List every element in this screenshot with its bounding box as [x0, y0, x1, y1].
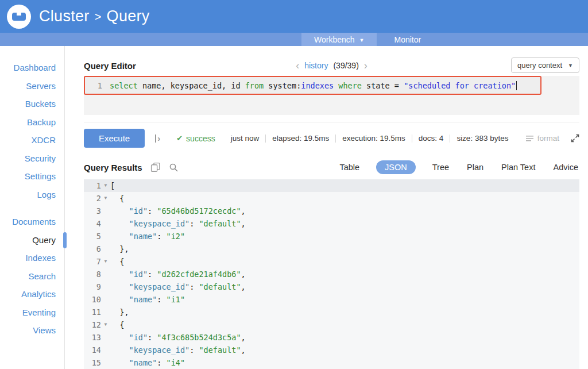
line-number: 7 [84, 255, 101, 268]
execute-button[interactable]: Execute [84, 129, 145, 148]
fold-caret-spacer [101, 217, 110, 230]
sidebar-item-dashboard[interactable]: Dashboard [0, 59, 64, 77]
line-content: { [110, 318, 124, 331]
tab-json[interactable]: JSON [376, 160, 416, 174]
code-line-11: 11 }, [84, 306, 579, 318]
chevron-down-icon: ▼ [568, 63, 573, 68]
query-editor[interactable]: 1 select name, keyspace_id, id from syst… [84, 76, 579, 115]
query-editor-header: Query Editor ‹ history (39/39) › query c… [84, 55, 579, 76]
query-token: select [110, 81, 142, 90]
line-content: "id": "65d46bd5172cecdc", [110, 205, 246, 217]
history-count: (39/39) [333, 61, 358, 70]
app-header: Cluster > Query [0, 0, 588, 33]
secondary-nav: Workbench ▼ Monitor [0, 33, 588, 46]
line-content: }, [110, 243, 129, 255]
sidebar-group-2: DocumentsQueryIndexesSearchAnalyticsEven… [0, 213, 64, 340]
line-number: 13 [84, 331, 101, 344]
json-token: , [241, 219, 246, 228]
sidebar-item-search[interactable]: Search [0, 267, 64, 286]
query-token: from [245, 81, 269, 90]
code-line-1: 1▼[ [84, 179, 579, 192]
history-prev-icon[interactable]: ‹ [296, 60, 299, 71]
json-token: "id" [129, 206, 148, 216]
search-icon[interactable] [169, 163, 179, 172]
sidebar-item-logs[interactable]: Logs [0, 186, 64, 204]
query-context-select[interactable]: query context ▼ [511, 57, 579, 73]
sidebar-item-indexes[interactable]: Indexes [0, 249, 64, 267]
sidebar-item-documents[interactable]: Documents [0, 213, 64, 231]
fold-caret-icon[interactable]: ▼ [101, 318, 110, 331]
sidebar-nav: DashboardServersBucketsBackupXDCRSecurit… [0, 46, 65, 369]
line-content: }, [110, 306, 129, 318]
sidebar-item-analytics[interactable]: Analytics [0, 285, 64, 303]
sidebar-item-security[interactable]: Security [0, 149, 64, 168]
tab-monitor[interactable]: Monitor [381, 33, 434, 46]
query-token: system: [268, 81, 301, 90]
sidebar-item-eventing[interactable]: Eventing [0, 303, 64, 322]
line-content: "keyspace_id": "default", [110, 217, 246, 230]
sidebar-item-query[interactable]: Query [0, 231, 64, 249]
json-token: "i2" [167, 232, 185, 241]
fold-caret-icon[interactable]: ▼ [101, 179, 110, 192]
line-number: 1 [85, 81, 102, 90]
check-icon: ✔ [176, 134, 183, 143]
copy-icon[interactable] [150, 162, 161, 172]
line-number: 8 [84, 268, 101, 280]
query-token: state [366, 81, 394, 90]
line-number: 15 [84, 356, 101, 369]
json-token: : [148, 270, 157, 279]
run-selection-icon[interactable]: › [155, 133, 160, 143]
json-token: : [157, 232, 166, 241]
line-content: "name": "i2" [110, 230, 185, 243]
fold-caret-spacer [101, 205, 110, 217]
json-token: , [241, 206, 246, 216]
query-results-header: Query Results TableJSONTreePlanPlan Text… [84, 155, 579, 179]
json-token: { [110, 194, 124, 203]
json-token: : [189, 219, 199, 228]
query-editor-line-1[interactable]: 1 select name, keyspace_id, id from syst… [84, 76, 541, 95]
tab-plan[interactable]: Plan [466, 160, 485, 174]
query-token: = [394, 81, 404, 90]
tab-monitor-label: Monitor [394, 35, 421, 44]
query-token: "scheduled for creation" [404, 81, 516, 90]
json-token: "default" [199, 345, 241, 355]
query-text[interactable]: select name, keyspace_id, id from system… [110, 81, 517, 90]
line-number: 11 [84, 306, 101, 318]
sidebar-item-buckets[interactable]: Buckets [0, 95, 64, 113]
sidebar-item-views[interactable]: Views [0, 321, 64, 340]
line-number: 14 [84, 344, 101, 356]
tab-tree[interactable]: Tree [431, 160, 450, 174]
tab-workbench[interactable]: Workbench ▼ [301, 33, 377, 46]
couchbase-logo-icon[interactable] [6, 3, 32, 30]
json-token [110, 206, 129, 216]
history-next-icon[interactable]: › [364, 60, 368, 71]
status-badge: ✔ success [176, 134, 215, 143]
metric-4: size: 383 bytes [450, 134, 514, 143]
history-link[interactable]: history [304, 61, 328, 70]
fold-caret-icon[interactable]: ▼ [101, 192, 110, 205]
json-token: "default" [199, 219, 241, 228]
query-results-json[interactable]: 1▼[2▼ {3 "id": "65d46bd5172cecdc",4 "key… [84, 179, 579, 369]
json-token: "name" [129, 232, 157, 241]
json-token: : [148, 206, 157, 216]
line-number: 6 [84, 243, 101, 255]
tab-advice[interactable]: Advice [552, 160, 579, 174]
status-label: success [186, 134, 215, 143]
fullscreen-icon[interactable] [571, 134, 579, 143]
format-button[interactable]: format [526, 134, 559, 143]
code-line-4: 4 "keyspace_id": "default", [84, 217, 579, 230]
tab-table[interactable]: Table [338, 160, 361, 174]
json-token: "name" [129, 295, 157, 304]
sidebar-item-xdcr[interactable]: XDCR [0, 131, 64, 149]
code-line-9: 9 "keyspace_id": "default", [84, 280, 579, 293]
line-content: "keyspace_id": "default", [110, 344, 246, 356]
tab-plan-text[interactable]: Plan Text [500, 160, 536, 174]
sidebar-item-settings[interactable]: Settings [0, 167, 64, 186]
page-title: Cluster > Query [39, 7, 150, 25]
metric-0: just now [225, 134, 266, 143]
sidebar-item-backup[interactable]: Backup [0, 113, 64, 132]
sidebar-item-servers[interactable]: Servers [0, 77, 64, 95]
query-editor-title: Query Editor [84, 61, 136, 71]
fold-caret-icon[interactable]: ▼ [101, 255, 110, 268]
query-results-title: Query Results [84, 163, 142, 172]
